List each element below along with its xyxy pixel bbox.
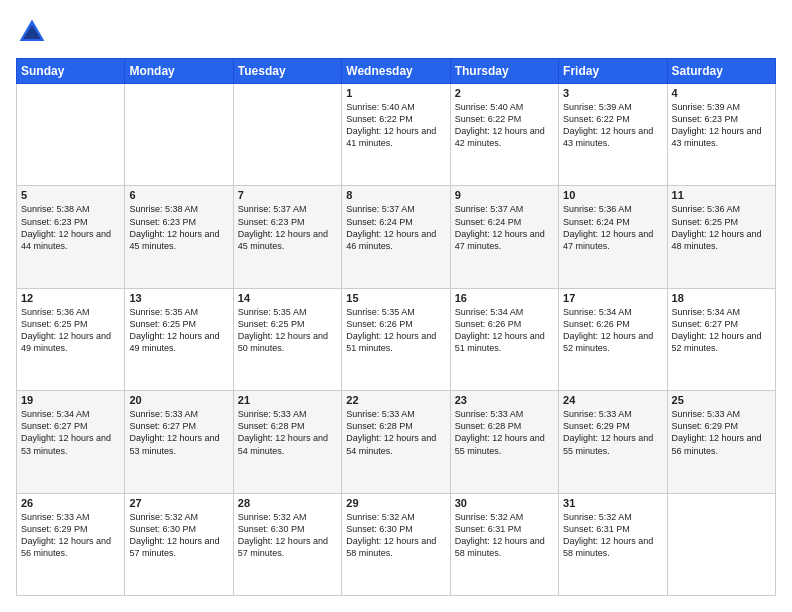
day-number: 5 [21, 189, 120, 201]
day-number: 25 [672, 394, 771, 406]
calendar-week-row: 26Sunrise: 5:33 AM Sunset: 6:29 PM Dayli… [17, 493, 776, 595]
calendar-cell: 19Sunrise: 5:34 AM Sunset: 6:27 PM Dayli… [17, 391, 125, 493]
day-info: Sunrise: 5:39 AM Sunset: 6:23 PM Dayligh… [672, 101, 771, 150]
calendar-week-row: 12Sunrise: 5:36 AM Sunset: 6:25 PM Dayli… [17, 288, 776, 390]
day-number: 26 [21, 497, 120, 509]
day-number: 23 [455, 394, 554, 406]
day-number: 20 [129, 394, 228, 406]
calendar-cell: 7Sunrise: 5:37 AM Sunset: 6:23 PM Daylig… [233, 186, 341, 288]
day-info: Sunrise: 5:37 AM Sunset: 6:24 PM Dayligh… [346, 203, 445, 252]
day-number: 29 [346, 497, 445, 509]
calendar-cell: 24Sunrise: 5:33 AM Sunset: 6:29 PM Dayli… [559, 391, 667, 493]
day-info: Sunrise: 5:32 AM Sunset: 6:30 PM Dayligh… [238, 511, 337, 560]
calendar-cell [667, 493, 775, 595]
header [16, 16, 776, 48]
calendar-header-row: SundayMondayTuesdayWednesdayThursdayFrid… [17, 59, 776, 84]
calendar-week-row: 5Sunrise: 5:38 AM Sunset: 6:23 PM Daylig… [17, 186, 776, 288]
day-number: 16 [455, 292, 554, 304]
calendar-cell [233, 84, 341, 186]
day-info: Sunrise: 5:35 AM Sunset: 6:25 PM Dayligh… [129, 306, 228, 355]
calendar-cell: 17Sunrise: 5:34 AM Sunset: 6:26 PM Dayli… [559, 288, 667, 390]
day-number: 13 [129, 292, 228, 304]
day-info: Sunrise: 5:38 AM Sunset: 6:23 PM Dayligh… [21, 203, 120, 252]
calendar-cell: 13Sunrise: 5:35 AM Sunset: 6:25 PM Dayli… [125, 288, 233, 390]
page: SundayMondayTuesdayWednesdayThursdayFrid… [0, 0, 792, 612]
calendar-cell: 5Sunrise: 5:38 AM Sunset: 6:23 PM Daylig… [17, 186, 125, 288]
day-number: 14 [238, 292, 337, 304]
day-info: Sunrise: 5:32 AM Sunset: 6:31 PM Dayligh… [563, 511, 662, 560]
logo [16, 16, 52, 48]
day-number: 15 [346, 292, 445, 304]
day-info: Sunrise: 5:33 AM Sunset: 6:28 PM Dayligh… [238, 408, 337, 457]
day-info: Sunrise: 5:33 AM Sunset: 6:29 PM Dayligh… [563, 408, 662, 457]
calendar-header-thursday: Thursday [450, 59, 558, 84]
calendar-header-wednesday: Wednesday [342, 59, 450, 84]
day-info: Sunrise: 5:33 AM Sunset: 6:28 PM Dayligh… [455, 408, 554, 457]
calendar-cell: 21Sunrise: 5:33 AM Sunset: 6:28 PM Dayli… [233, 391, 341, 493]
day-info: Sunrise: 5:33 AM Sunset: 6:29 PM Dayligh… [21, 511, 120, 560]
calendar-week-row: 19Sunrise: 5:34 AM Sunset: 6:27 PM Dayli… [17, 391, 776, 493]
calendar-cell: 3Sunrise: 5:39 AM Sunset: 6:22 PM Daylig… [559, 84, 667, 186]
day-number: 11 [672, 189, 771, 201]
calendar-cell: 9Sunrise: 5:37 AM Sunset: 6:24 PM Daylig… [450, 186, 558, 288]
day-number: 2 [455, 87, 554, 99]
day-number: 3 [563, 87, 662, 99]
calendar-cell: 26Sunrise: 5:33 AM Sunset: 6:29 PM Dayli… [17, 493, 125, 595]
calendar-cell: 8Sunrise: 5:37 AM Sunset: 6:24 PM Daylig… [342, 186, 450, 288]
day-info: Sunrise: 5:33 AM Sunset: 6:28 PM Dayligh… [346, 408, 445, 457]
calendar-cell: 12Sunrise: 5:36 AM Sunset: 6:25 PM Dayli… [17, 288, 125, 390]
calendar-cell: 14Sunrise: 5:35 AM Sunset: 6:25 PM Dayli… [233, 288, 341, 390]
calendar-cell: 20Sunrise: 5:33 AM Sunset: 6:27 PM Dayli… [125, 391, 233, 493]
day-info: Sunrise: 5:33 AM Sunset: 6:29 PM Dayligh… [672, 408, 771, 457]
day-info: Sunrise: 5:32 AM Sunset: 6:30 PM Dayligh… [129, 511, 228, 560]
day-info: Sunrise: 5:34 AM Sunset: 6:26 PM Dayligh… [455, 306, 554, 355]
day-number: 8 [346, 189, 445, 201]
calendar-cell: 27Sunrise: 5:32 AM Sunset: 6:30 PM Dayli… [125, 493, 233, 595]
calendar-cell: 18Sunrise: 5:34 AM Sunset: 6:27 PM Dayli… [667, 288, 775, 390]
day-info: Sunrise: 5:36 AM Sunset: 6:25 PM Dayligh… [672, 203, 771, 252]
day-info: Sunrise: 5:34 AM Sunset: 6:27 PM Dayligh… [672, 306, 771, 355]
calendar-cell: 23Sunrise: 5:33 AM Sunset: 6:28 PM Dayli… [450, 391, 558, 493]
day-info: Sunrise: 5:35 AM Sunset: 6:26 PM Dayligh… [346, 306, 445, 355]
day-info: Sunrise: 5:36 AM Sunset: 6:25 PM Dayligh… [21, 306, 120, 355]
day-info: Sunrise: 5:40 AM Sunset: 6:22 PM Dayligh… [346, 101, 445, 150]
day-number: 30 [455, 497, 554, 509]
day-info: Sunrise: 5:37 AM Sunset: 6:24 PM Dayligh… [455, 203, 554, 252]
day-number: 21 [238, 394, 337, 406]
calendar-cell: 15Sunrise: 5:35 AM Sunset: 6:26 PM Dayli… [342, 288, 450, 390]
day-info: Sunrise: 5:39 AM Sunset: 6:22 PM Dayligh… [563, 101, 662, 150]
calendar-header-sunday: Sunday [17, 59, 125, 84]
day-info: Sunrise: 5:34 AM Sunset: 6:26 PM Dayligh… [563, 306, 662, 355]
day-number: 24 [563, 394, 662, 406]
day-info: Sunrise: 5:34 AM Sunset: 6:27 PM Dayligh… [21, 408, 120, 457]
calendar-cell [125, 84, 233, 186]
calendar-cell: 10Sunrise: 5:36 AM Sunset: 6:24 PM Dayli… [559, 186, 667, 288]
day-number: 6 [129, 189, 228, 201]
day-number: 18 [672, 292, 771, 304]
calendar-cell: 6Sunrise: 5:38 AM Sunset: 6:23 PM Daylig… [125, 186, 233, 288]
calendar-week-row: 1Sunrise: 5:40 AM Sunset: 6:22 PM Daylig… [17, 84, 776, 186]
day-number: 31 [563, 497, 662, 509]
calendar-cell: 2Sunrise: 5:40 AM Sunset: 6:22 PM Daylig… [450, 84, 558, 186]
day-number: 4 [672, 87, 771, 99]
calendar-cell: 1Sunrise: 5:40 AM Sunset: 6:22 PM Daylig… [342, 84, 450, 186]
day-info: Sunrise: 5:32 AM Sunset: 6:31 PM Dayligh… [455, 511, 554, 560]
calendar-header-saturday: Saturday [667, 59, 775, 84]
day-number: 10 [563, 189, 662, 201]
day-info: Sunrise: 5:35 AM Sunset: 6:25 PM Dayligh… [238, 306, 337, 355]
day-number: 27 [129, 497, 228, 509]
calendar-cell: 11Sunrise: 5:36 AM Sunset: 6:25 PM Dayli… [667, 186, 775, 288]
calendar-cell: 22Sunrise: 5:33 AM Sunset: 6:28 PM Dayli… [342, 391, 450, 493]
day-number: 22 [346, 394, 445, 406]
calendar-cell: 16Sunrise: 5:34 AM Sunset: 6:26 PM Dayli… [450, 288, 558, 390]
calendar-header-monday: Monday [125, 59, 233, 84]
day-info: Sunrise: 5:40 AM Sunset: 6:22 PM Dayligh… [455, 101, 554, 150]
day-number: 9 [455, 189, 554, 201]
calendar-cell: 28Sunrise: 5:32 AM Sunset: 6:30 PM Dayli… [233, 493, 341, 595]
day-info: Sunrise: 5:33 AM Sunset: 6:27 PM Dayligh… [129, 408, 228, 457]
day-number: 1 [346, 87, 445, 99]
calendar-cell: 31Sunrise: 5:32 AM Sunset: 6:31 PM Dayli… [559, 493, 667, 595]
calendar-header-tuesday: Tuesday [233, 59, 341, 84]
calendar-header-friday: Friday [559, 59, 667, 84]
calendar-table: SundayMondayTuesdayWednesdayThursdayFrid… [16, 58, 776, 596]
